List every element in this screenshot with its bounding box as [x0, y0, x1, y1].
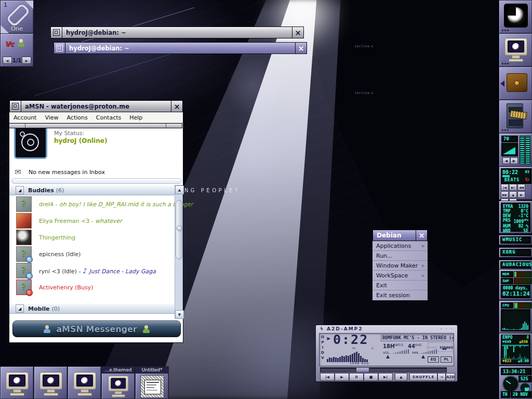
dock-sysmon-app[interactable]: MEM SWP 0000 days, 02:11:24: [499, 269, 532, 300]
menu-title[interactable]: Debian: [373, 230, 416, 241]
dock-drawer-tile[interactable]: [499, 66, 532, 100]
beats-play-button[interactable]: ▶: [517, 191, 525, 198]
inbox-status[interactable]: No new messages in Inbox: [29, 169, 105, 176]
scroll-up-button[interactable]: ▲: [175, 185, 184, 194]
pause-button[interactable]: II: [349, 373, 364, 381]
group-header-mobile[interactable]: ◢ Mobile (0): [9, 303, 175, 314]
playlist-button[interactable]: PL: [441, 356, 452, 363]
buddy-row[interactable]: ?– Activehenry (Busy): [9, 279, 175, 296]
pager-next-button[interactable]: ▶: [22, 57, 31, 64]
stop-button[interactable]: ■: [364, 373, 378, 381]
group-header-buddies[interactable]: ◢ Buddies (6): [9, 185, 175, 195]
dock-clock-app[interactable]: 13:36:21 525 TH 20 NOV: [499, 366, 532, 399]
play-button[interactable]: ▶: [335, 373, 349, 381]
menu-view[interactable]: View: [41, 114, 62, 121]
terminal-window-1[interactable]: hydroJ@debian: ~ ×: [50, 26, 304, 38]
window-title[interactable]: hydroJ@debian: ~: [62, 27, 292, 38]
menu-item-workspace[interactable]: WorkSpace▹: [373, 271, 428, 281]
dock-weather-app[interactable]: EYKA1320 TMP0°C DEW-1°C PRS1009hPa HUM92…: [499, 201, 532, 234]
terminal-window-2[interactable]: hydroJ@debian: ~ ×: [54, 42, 307, 54]
miniaturize-button[interactable]: [51, 27, 62, 38]
buddy-list-scrollbar[interactable]: ▲ ▼: [175, 185, 183, 318]
buddy-row[interactable]: Eliya Freeman <3 - whatever: [9, 212, 175, 229]
collapse-group-icon[interactable]: ◢: [16, 186, 24, 194]
buddy-row[interactable]: ?◷ epicness (Idle): [9, 246, 175, 262]
beats-forward-button[interactable]: ▶▶: [501, 191, 509, 198]
player-logo-button[interactable]: A2D: [446, 373, 455, 381]
miniaturize-button[interactable]: [54, 43, 65, 54]
dock-lcd-xorg[interactable]: XORG: [499, 247, 532, 258]
my-display-picture[interactable]: [14, 126, 47, 159]
dock-lcd-wmusic[interactable]: WMUSIC: [499, 235, 532, 245]
titlebar-dots[interactable]: · · ·: [441, 326, 453, 331]
dock-filecabinet-tile[interactable]: [499, 100, 532, 134]
buddy-row[interactable]: ? drel4 - oh boy! I like D_MP_RAI.mid it…: [9, 196, 175, 212]
window-title[interactable]: aMSN - waterjones@proton.me: [21, 101, 171, 112]
mixer-volume-shape[interactable]: [501, 143, 518, 156]
dock-lcd-audacious[interactable]: AUDACIOUS: [499, 260, 532, 270]
equalizer-button[interactable]: EQ: [428, 356, 439, 363]
player-titlebar[interactable]: ϟ A2D-AMP2 · · ·: [316, 325, 457, 332]
amsn-footer-banner[interactable]: aMSN Messenger: [12, 321, 181, 337]
menu-item-window-maker[interactable]: Window Maker▹: [373, 261, 428, 271]
dock-mixer-app[interactable]: 70 ◀ ▶: [499, 133, 532, 167]
previous-button[interactable]: |◀: [320, 373, 335, 381]
dock-beats-player-app[interactable]: 00:22 03 BEATS ↻ |◀ ▶| ◀◀ ▶▶ ▲ ▶ II ■: [499, 166, 532, 200]
seek-knob[interactable]: [356, 367, 369, 373]
nickname-bar[interactable]: [11, 178, 182, 184]
beats-rewind-button[interactable]: ◀◀: [517, 184, 525, 191]
next-button[interactable]: ▶|: [378, 373, 393, 381]
pager-dockapp[interactable]: Vc ◀ 1/1 ▶: [0, 33, 34, 67]
close-button[interactable]: ×: [292, 27, 303, 38]
menu-actions[interactable]: Actions: [63, 114, 92, 121]
eject-button[interactable]: ▲: [395, 373, 407, 381]
volume-knob-icon[interactable]: ▲: [386, 354, 390, 359]
volume-slider[interactable]: [391, 349, 409, 354]
scroll-down-button[interactable]: ▼: [175, 310, 184, 319]
repeat-button[interactable]: →: [437, 373, 446, 381]
menu-item-applications[interactable]: Applications▹: [373, 241, 428, 251]
miniwindow-terminal-1[interactable]: [0, 366, 34, 399]
dock-cpu-app[interactable]: CPU: [499, 300, 532, 334]
collapse-group-icon[interactable]: ◢: [16, 304, 24, 313]
track-title-marquee[interactable]: BOMFUNK MC'S - IN STEREO (+6 B: [381, 335, 454, 341]
seek-bar[interactable]: [320, 367, 447, 373]
miniwindow-untitled[interactable]: Untitled*: [135, 366, 169, 399]
dock-terminal-tile[interactable]: [499, 33, 532, 67]
time-display[interactable]: 0:22: [333, 332, 368, 347]
scrollbar-thumb[interactable]: [176, 200, 183, 259]
pan-knob-icon[interactable]: ▲: [421, 354, 425, 359]
beats-eject-button[interactable]: ▲: [509, 191, 517, 198]
menu-contacts[interactable]: Contacts: [92, 114, 126, 121]
miniwindow-terminal-2[interactable]: [34, 366, 68, 399]
menu-help[interactable]: Help: [125, 114, 147, 121]
window-resizebar[interactable]: [9, 123, 182, 128]
close-button[interactable]: ×: [416, 230, 427, 241]
buddy-row[interactable]: ?◷ ryni <3 (Idle) - ♪ Just Dance - Lady …: [9, 262, 175, 279]
dock-wmaker-tile[interactable]: [499, 0, 532, 34]
pager-prev-button[interactable]: ◀: [3, 57, 12, 64]
menu-item-exit[interactable]: Exit: [373, 281, 428, 290]
drawer-arrow-icon[interactable]: [500, 81, 504, 87]
close-button[interactable]: ×: [296, 43, 307, 54]
window-title[interactable]: hydroJ@debian: ~: [65, 43, 295, 54]
amsn-titlebar[interactable]: aMSN - waterjones@proton.me ×: [9, 100, 183, 112]
miniwindow-ethemed[interactable]: ...e.themed: [101, 366, 135, 399]
beats-prev-track-button[interactable]: |◀: [501, 184, 509, 191]
buddy-row[interactable]: Thingerthing: [9, 229, 175, 246]
clutterbar[interactable]: OPIDV: [321, 335, 325, 361]
dock-net-app[interactable]: ENPO 8 ▼649 ▲938 ▼823 ▲0.00: [499, 333, 532, 366]
debian-menu-titlebar[interactable]: Debian ×: [373, 230, 428, 241]
menu-account[interactable]: Account: [9, 114, 41, 121]
workspace-clip[interactable]: 1 One: [0, 0, 34, 34]
beats-next-track-button[interactable]: ▶|: [509, 184, 517, 191]
shuffle-button[interactable]: SHUFFLE: [409, 373, 437, 381]
miniaturize-button[interactable]: [10, 101, 21, 112]
my-status-value[interactable]: hydroJ (Online): [54, 137, 107, 144]
mixer-next-button[interactable]: ▶: [510, 157, 518, 164]
close-button[interactable]: ×: [171, 101, 182, 112]
menu-item-exit-session[interactable]: Exit session: [373, 290, 428, 300]
menu-item-run[interactable]: Run...: [373, 251, 428, 261]
miniwindow-terminal-3[interactable]: [68, 366, 101, 399]
mixer-prev-button[interactable]: ◀: [502, 157, 510, 164]
